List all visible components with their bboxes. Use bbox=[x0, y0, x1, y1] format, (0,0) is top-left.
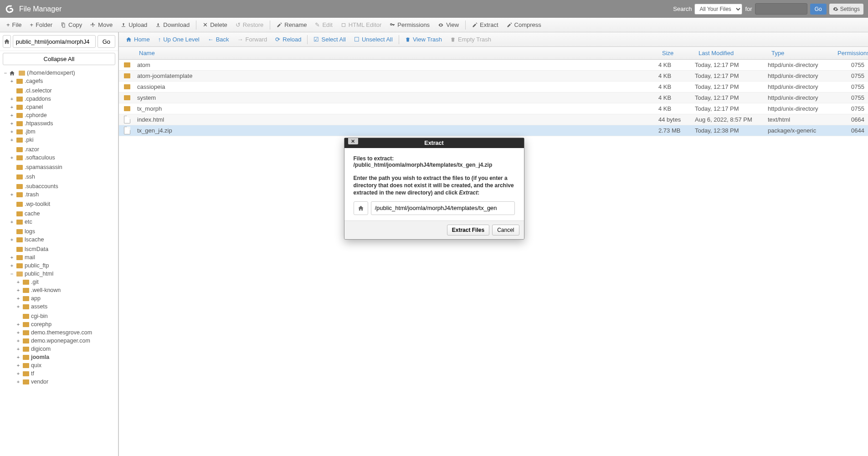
cancel-button[interactable]: Cancel bbox=[492, 225, 519, 236]
modal-title: Extract bbox=[344, 140, 524, 146]
modal-home-button[interactable] bbox=[354, 201, 368, 215]
extract-path-input[interactable] bbox=[371, 201, 515, 215]
files-to-extract-label: Files to extract: bbox=[354, 155, 515, 162]
files-to-extract-path: /public_html/joomla/morphJ4/templates/tx… bbox=[354, 162, 515, 168]
extract-modal: ✕ Extract Files to extract: /public_html… bbox=[344, 138, 524, 240]
home-icon bbox=[358, 205, 364, 211]
extract-instruction: Enter the path you wish to extract the f… bbox=[354, 174, 515, 197]
modal-close-button[interactable]: ✕ bbox=[348, 138, 358, 144]
close-icon: ✕ bbox=[351, 138, 355, 144]
modal-overlay: ✕ Extract Files to extract: /public_html… bbox=[0, 0, 868, 456]
extract-files-button[interactable]: Extract Files bbox=[447, 225, 489, 236]
